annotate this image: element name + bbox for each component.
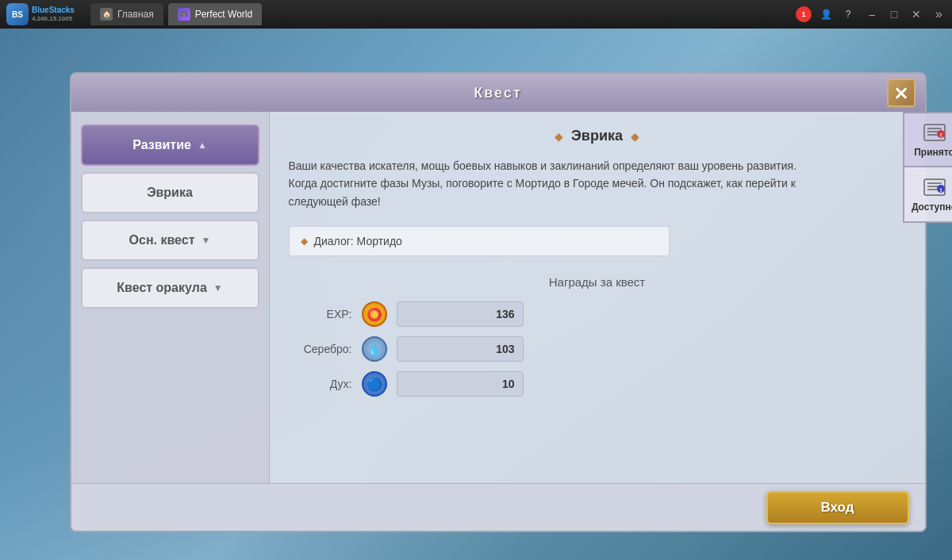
silver-label: Серебро:	[289, 343, 352, 355]
quest-objective: ◆ Диалог: Мортидо	[289, 226, 670, 256]
tab-home-label: Главная	[117, 9, 154, 20]
bluestacks-icon: BS	[6, 3, 29, 25]
silver-icon: 💧	[362, 336, 387, 362]
reward-spirit: Дух: 🔵 10	[289, 371, 906, 397]
silver-bar: 103	[397, 336, 524, 362]
app-name-version: BlueStacks 4.240.15.1005	[32, 6, 75, 23]
close-btn[interactable]: ✕	[907, 5, 926, 24]
quest-name-header: ◆ Эврика ◆	[289, 128, 906, 144]
app-version: 4.240.15.1005	[32, 15, 75, 23]
panel-btn-available[interactable]: i Доступно	[903, 167, 953, 223]
available-icon: i	[920, 176, 949, 198]
sidebar-btn-evrika[interactable]: Эврика	[81, 172, 259, 213]
exp-value: 136	[496, 308, 514, 320]
razvitie-label: Развитие	[132, 138, 191, 152]
dialog-overlay: Квест Развитие ▲ Эврика Осн. квест	[44, 72, 952, 560]
minimize-btn[interactable]: –	[862, 5, 881, 24]
dialog-close-button[interactable]	[887, 79, 916, 107]
app-name: BlueStacks	[32, 6, 75, 15]
tab-home[interactable]: 🏠 Главная	[90, 3, 163, 25]
main-quest-label: Осн. квест	[129, 233, 195, 247]
enter-label: Вход	[820, 500, 854, 516]
rewards-header: Награды за квест	[289, 275, 906, 289]
reward-silver: Серебро: 💧 103	[289, 336, 906, 362]
right-panel: ! Принято	[903, 112, 953, 223]
app-logo: BS BlueStacks 4.240.15.1005	[6, 3, 86, 25]
dialog-footer: Вход	[71, 483, 925, 531]
spirit-icon: 🔵	[362, 371, 387, 397]
help-btn[interactable]: ?	[840, 6, 856, 22]
tab-game-label: Perfect World	[195, 9, 252, 20]
oracle-quest-label: Квест оракула	[117, 281, 206, 295]
exp-label: EXP:	[289, 308, 352, 320]
main-quest-arrow: ▼	[202, 235, 211, 246]
svg-text:i: i	[939, 186, 941, 194]
dialog-title: Квест	[474, 85, 521, 102]
notification-btn[interactable]: 1	[796, 6, 812, 22]
exp-icon: ⭕	[362, 301, 387, 327]
objective-text: Диалог: Мортидо	[314, 235, 402, 247]
maximize-btn[interactable]: □	[885, 5, 904, 24]
silver-value: 103	[496, 343, 514, 355]
home-icon: 🏠	[100, 8, 113, 21]
quest-description: Ваши качества искателя, мощь боевых навы…	[289, 157, 812, 210]
quest-dialog: Квест Развитие ▲ Эврика Осн. квест	[70, 72, 927, 532]
taskbar: BS BlueStacks 4.240.15.1005 🏠 Главная 🎮 …	[0, 0, 952, 29]
available-label: Доступно	[912, 201, 952, 213]
evrika-label: Эврика	[147, 186, 193, 200]
game-area: Квест Развитие ▲ Эврика Осн. квест	[0, 29, 952, 560]
more-btn[interactable]: »	[932, 7, 946, 21]
panel-btn-accepted[interactable]: ! Принято	[903, 112, 953, 167]
razvitie-arrow: ▲	[198, 140, 207, 151]
diamond-right: ◆	[631, 130, 639, 143]
reward-exp: EXP: ⭕ 136	[289, 301, 906, 327]
diamond-left: ◆	[555, 130, 563, 143]
oracle-quest-arrow: ▼	[213, 282, 223, 293]
account-btn[interactable]: 👤	[818, 6, 834, 22]
dialog-body: Развитие ▲ Эврика Осн. квест ▼ Квест ора…	[71, 112, 925, 483]
dialog-header: Квест	[71, 74, 925, 112]
tab-game[interactable]: 🎮 Perfect World	[168, 3, 262, 25]
sidebar-btn-razvitie[interactable]: Развитие ▲	[81, 125, 259, 166]
accepted-icon: !	[920, 121, 949, 144]
accepted-label: Принято	[914, 147, 952, 158]
quest-content: ◆ Эврика ◆ Ваши качества искателя, мощь …	[270, 112, 925, 483]
spirit-label: Дух:	[289, 378, 352, 390]
spirit-value: 10	[502, 378, 515, 390]
enter-button[interactable]: Вход	[766, 491, 909, 524]
exp-bar: 136	[397, 301, 524, 327]
spirit-bar: 10	[397, 371, 524, 397]
quest-name: Эврика	[571, 128, 623, 144]
game-icon: 🎮	[178, 8, 190, 21]
svg-text:!: !	[939, 132, 942, 139]
objective-icon: ◆	[301, 236, 308, 247]
taskbar-controls: 1 👤 ? – □ ✕ »	[796, 5, 946, 24]
quest-sidebar: Развитие ▲ Эврика Осн. квест ▼ Квест ора…	[71, 112, 270, 483]
window-controls: – □ ✕	[862, 5, 926, 24]
sidebar-btn-main-quest[interactable]: Осн. квест ▼	[81, 220, 259, 261]
sidebar-btn-oracle-quest[interactable]: Квест оракула ▼	[81, 267, 259, 309]
